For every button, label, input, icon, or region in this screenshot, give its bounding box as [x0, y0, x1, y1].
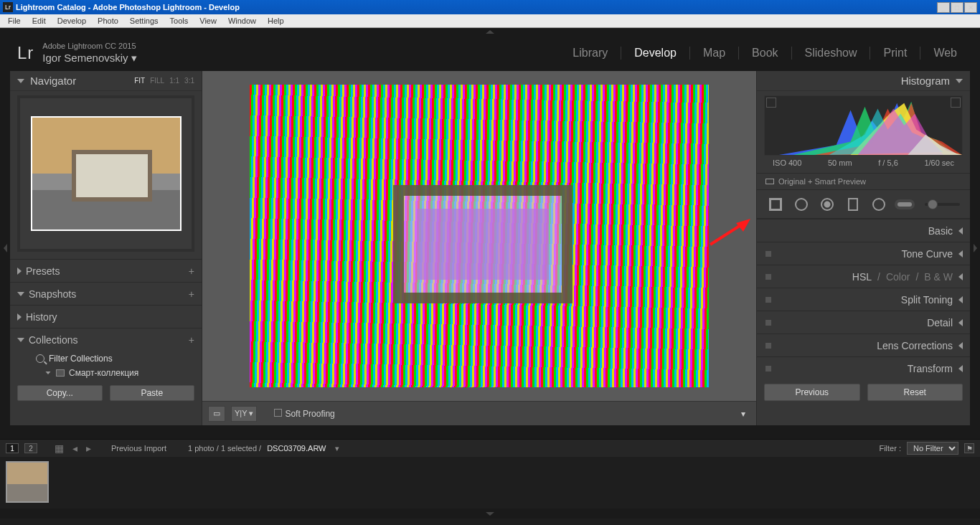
navigator-preview[interactable]: [17, 95, 194, 252]
hsl-tab[interactable]: HSL: [852, 271, 872, 283]
maximize-button[interactable]: □: [951, 2, 963, 13]
source-label[interactable]: Previous Import: [111, 444, 166, 453]
triangle-left-icon: [958, 273, 963, 280]
collection-name: Смарт-коллекция: [69, 368, 138, 378]
module-develop[interactable]: Develop: [628, 45, 682, 61]
signed-in-user[interactable]: Igor Semenovskiy ▾: [42, 52, 136, 65]
menu-window[interactable]: Window: [223, 16, 261, 26]
histogram-header[interactable]: Histogram: [757, 71, 970, 91]
module-print[interactable]: Print: [877, 45, 913, 61]
previous-button[interactable]: Previous: [764, 384, 860, 401]
module-map[interactable]: Map: [697, 45, 731, 61]
bw-tab[interactable]: B & W: [924, 271, 953, 283]
presets-add-button[interactable]: +: [189, 265, 194, 277]
bottom-panel-grip[interactable]: [0, 509, 980, 519]
reset-button[interactable]: Reset: [867, 384, 963, 401]
before-after-button[interactable]: Y|Y ▾: [231, 406, 257, 422]
collections-add-button[interactable]: +: [189, 334, 194, 346]
panel-switch[interactable]: [765, 366, 771, 372]
window-title: Lightroom Catalog - Adobe Photoshop Ligh…: [16, 3, 937, 11]
panel-switch[interactable]: [765, 251, 771, 257]
filmstrip-tray[interactable]: [0, 457, 980, 509]
secondary-display-button[interactable]: 2: [24, 443, 37, 453]
panel-switch[interactable]: [765, 274, 771, 280]
histogram-graph[interactable]: [764, 95, 963, 156]
current-file[interactable]: DSC03709.ARW: [267, 444, 326, 453]
mask-slider[interactable]: [925, 203, 960, 206]
primary-display-button[interactable]: 1: [6, 443, 19, 453]
menu-view[interactable]: View: [194, 16, 222, 26]
zoom-fit[interactable]: FIT: [134, 77, 145, 85]
center-toolbar: ▭ Y|Y ▾ Soft Proofing ▾: [202, 401, 756, 425]
navigator-header[interactable]: Navigator FIT FILL 1:1 3:1: [10, 71, 202, 91]
redeye-tool[interactable]: [819, 196, 836, 213]
image-canvas[interactable]: [202, 71, 756, 401]
presets-header[interactable]: Presets +: [10, 259, 202, 282]
panel-switch[interactable]: [765, 320, 771, 326]
titlebar: Lr Lightroom Catalog - Adobe Photoshop L…: [0, 0, 980, 14]
toolbar-menu[interactable]: ▾: [736, 409, 750, 419]
menu-edit[interactable]: Edit: [27, 16, 51, 26]
menu-develop[interactable]: Develop: [52, 16, 91, 26]
color-tab[interactable]: Color: [886, 271, 910, 283]
tonecurve-header[interactable]: Tone Curve: [757, 242, 970, 265]
lr-logo: Lr: [17, 43, 34, 63]
minimize-button[interactable]: _: [937, 2, 950, 13]
thumbnail[interactable]: [6, 461, 49, 503]
paste-button[interactable]: Paste: [110, 385, 195, 401]
basic-header[interactable]: Basic: [757, 219, 970, 242]
grid-icon[interactable]: ▦: [53, 443, 65, 454]
snapshots-add-button[interactable]: +: [189, 288, 194, 300]
collection-item[interactable]: Смарт-коллекция: [10, 365, 202, 381]
zoom-fill[interactable]: FILL: [150, 77, 164, 85]
zoom-1to1[interactable]: 1:1: [169, 77, 179, 85]
panel-switch[interactable]: [765, 297, 771, 303]
lens-header[interactable]: Lens Corrections: [757, 334, 970, 356]
navigator-title: Navigator: [30, 75, 76, 87]
top-panel-grip[interactable]: [0, 28, 980, 35]
close-button[interactable]: ✕: [964, 2, 977, 13]
module-library[interactable]: Library: [567, 45, 613, 61]
gradient-tool[interactable]: [844, 196, 862, 213]
snapshots-header[interactable]: Snapshots +: [10, 282, 202, 305]
collections-header[interactable]: Collections +: [10, 328, 202, 351]
loupe-view-button[interactable]: ▭: [208, 406, 225, 422]
filter-lock-icon[interactable]: ⚑: [964, 443, 974, 453]
right-panel-grip[interactable]: [970, 71, 980, 425]
module-picker: Library Develop Map Book Slideshow Print…: [567, 45, 963, 61]
file-menu-icon[interactable]: ▾: [335, 444, 339, 453]
menu-file[interactable]: File: [3, 16, 26, 26]
left-panel-grip[interactable]: [0, 71, 10, 425]
menu-tools[interactable]: Tools: [165, 16, 194, 26]
menu-help[interactable]: Help: [263, 16, 289, 26]
split-header[interactable]: Split Toning: [757, 288, 970, 311]
presets-label: Presets: [26, 265, 60, 277]
split-label: Split Toning: [901, 294, 953, 306]
collections-filter[interactable]: Filter Collections: [10, 351, 202, 365]
radial-tool[interactable]: [870, 196, 887, 213]
crop-tool[interactable]: [767, 196, 784, 213]
copy-button[interactable]: Copy...: [17, 385, 103, 401]
histogram-title: Histogram: [901, 75, 950, 87]
histogram-panel: ISO 400 50 mm f / 5,6 1/60 sec: [757, 91, 970, 173]
filter-select[interactable]: No Filter: [907, 442, 958, 455]
brush-tool[interactable]: [896, 196, 913, 213]
module-book[interactable]: Book: [746, 45, 783, 61]
zoom-3to1[interactable]: 3:1: [184, 77, 194, 85]
prev-photo-button[interactable]: ◂: [71, 443, 79, 454]
menu-photo[interactable]: Photo: [93, 16, 123, 26]
spot-tool[interactable]: [793, 196, 810, 213]
soft-proofing-toggle[interactable]: Soft Proofing: [274, 409, 334, 419]
triangle-down-icon: [17, 292, 24, 296]
detail-header[interactable]: Detail: [757, 311, 970, 334]
next-photo-button[interactable]: ▸: [85, 443, 93, 454]
panel-switch[interactable]: [765, 343, 771, 349]
menu-settings[interactable]: Settings: [125, 16, 164, 26]
product-name: Adobe Lightroom CC 2015: [42, 42, 136, 51]
hsl-header[interactable]: HSL/ Color/ B & W: [757, 265, 970, 288]
module-web[interactable]: Web: [928, 45, 963, 61]
history-header[interactable]: History: [10, 305, 202, 328]
transform-header[interactable]: Transform: [757, 356, 970, 379]
module-slideshow[interactable]: Slideshow: [799, 45, 863, 61]
triangle-left-icon: [958, 319, 963, 326]
